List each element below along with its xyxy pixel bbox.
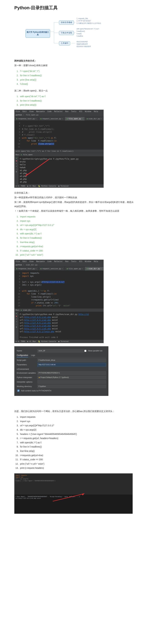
tab-request-session[interactable]: ●request_session.py× <box>39 117 65 120</box>
tool-icon[interactable]: ⬚ <box>16 168 17 170</box>
ide-bottom-bar[interactable]: ≡ 6: TODO ▶ 4: Run 🐍 Python Console ▣ Te… <box>14 184 104 188</box>
params-field[interactable]: http://127.0.0.1/ dir.txt <box>37 363 106 366</box>
menu-vcs[interactable]: VCS <box>79 110 82 112</box>
wd-field[interactable]: F:\python <box>37 385 106 388</box>
list-item: for line in f.readlines(): <box>19 99 136 103</box>
menu-help[interactable]: Help <box>94 110 98 112</box>
list-item: for line in f.readlines(): <box>19 236 136 240</box>
bottom-terminal[interactable]: ▣ Terminal <box>58 185 69 187</box>
tool-icon[interactable]: ≡ <box>16 321 17 322</box>
bottom-todo[interactable]: ≡ 6: TODO <box>16 185 25 187</box>
menu-navigate[interactable]: Navigate <box>36 260 45 262</box>
menu-run[interactable]: Run <box>65 110 69 112</box>
stop-icon[interactable]: ■ <box>16 315 17 317</box>
tab-configuration[interactable]: Configuration <box>17 354 28 357</box>
tool-icon[interactable]: ⬚ <box>16 324 17 325</box>
menu-code[interactable]: Code <box>47 110 52 112</box>
scan-header: 目录扫描工具： <box>14 191 136 195</box>
tab-file-open[interactable]: ●file_open.py× <box>65 117 85 120</box>
list-item: r=requests.get(url+line) <box>19 244 136 248</box>
menu-window[interactable]: Window <box>85 110 91 112</box>
bottom-run[interactable]: ▶ 4: Run <box>27 185 36 187</box>
envvars-field[interactable]: PYTHONUNBUFFERED=1 <box>37 371 106 375</box>
run-header: Run: ▶ scan_dir <box>14 308 104 312</box>
menu-vcs[interactable]: VCS <box>79 260 82 262</box>
run-icon[interactable]: ▶ <box>16 312 17 314</box>
tab-scan-dir[interactable]: ●scan_dir.py× <box>85 267 104 270</box>
run-header: Run: ▶ file_open <box>14 153 104 156</box>
menu-edit[interactable]: Edit <box>22 110 27 112</box>
list-item: dic = sys.argv[2] <box>19 428 136 432</box>
list-item: f = open("dir.txt","r") <box>19 69 136 74</box>
ide-bottom-bar[interactable]: ≡ 6: TODO ▶ 4: Run 🐍 Python Console ▣ Te… <box>14 340 104 343</box>
tool-icon[interactable]: 🗑 <box>16 326 17 328</box>
config-tabs[interactable]: Configuration Logs <box>17 354 106 358</box>
menu-run[interactable]: Run <box>65 260 69 262</box>
menu-refactor[interactable]: Refactor <box>54 110 63 112</box>
ide-menubar[interactable]: File Edit View Navigate Code Refactor Ru… <box>14 260 104 263</box>
run-icon[interactable]: ▶ <box>16 157 17 159</box>
script-field[interactable]: F:\python\scan_dir.py <box>37 358 106 362</box>
menu-view[interactable]: View <box>29 260 34 262</box>
name-field[interactable]: scan_dir <box>37 349 84 352</box>
list-item: print ("url:"+r.url+" exist") <box>19 462 136 466</box>
bottom-pyconsole[interactable]: 🐍 Python Console <box>38 340 56 342</box>
menu-tools[interactable]: Tools <box>71 260 76 262</box>
menu-file[interactable]: File <box>16 260 20 262</box>
ide-screenshot-1: File Edit View Navigate Code Refactor Ru… <box>14 110 104 188</box>
editor-tabs[interactable]: ●response_test.py× ●request_session.py× … <box>14 117 104 121</box>
allow-parallel[interactable]: Allow parallel run <box>84 349 106 352</box>
console-gutter[interactable]: ▶ ■ ⇅ ≡ ⬚ 🗑 <box>14 312 18 340</box>
menu-file[interactable]: File <box>16 110 20 112</box>
tool-icon[interactable]: 🗑 <box>16 171 17 172</box>
interp-field[interactable]: ◆ Project Default (Python 2.7 (python)) <box>37 376 106 379</box>
menu-help[interactable]: Help <box>94 260 98 262</box>
code-list-3: import requests import sys url = sys.arg… <box>14 214 136 257</box>
scan-line-1: 第一种直接将url和字典文档放入代码中，就只能对一个网站生效 <box>14 196 136 200</box>
menu-code[interactable]: Code <box>47 260 52 262</box>
bottom-todo[interactable]: ≡ 6: TODO <box>16 340 25 342</box>
interp-opts-field[interactable] <box>37 380 106 384</box>
tab-file-open[interactable]: ●file_open.py× <box>65 267 85 270</box>
two-methods-heading: 两种读取文件的方式： <box>14 59 136 63</box>
tool-icon[interactable]: ⇅ <box>16 162 17 164</box>
env-header[interactable]: ▾ Environment <box>17 368 29 370</box>
editor-code[interactable]: 3import requests4import sys56]url = sys.… <box>14 271 104 308</box>
ide-menubar[interactable]: File Edit View Navigate Code Refactor Ru… <box>14 110 104 113</box>
list-item: with open(dic,"r") as f: <box>19 232 136 236</box>
interp-opts-label: Interpreter options: <box>17 381 37 383</box>
scan-line-3: ！！如果只有一个未指定，那就可以直接在终端空一格，输入相应参数，如果多参数，暂时… <box>14 209 136 213</box>
tab-logs[interactable]: Logs <box>31 354 35 357</box>
bottom-pyconsole[interactable]: 🐍 Python Console <box>38 185 56 187</box>
tab-scan-dir[interactable]: ●scan_dir.py× <box>85 117 104 120</box>
menu-edit[interactable]: Edit <box>22 260 27 262</box>
list-item: line=line.strip() <box>19 240 136 244</box>
list-item: import sys <box>19 219 136 223</box>
bottom-terminal[interactable]: ▣ Terminal <box>58 340 69 342</box>
editor-tabs[interactable]: ●response_test.py× ●request_session.py× … <box>14 267 104 271</box>
tool-icon[interactable]: ≡ <box>16 165 17 167</box>
method2-label: 第二种：用with open()，简洁一点 <box>14 89 136 93</box>
but-paragraph: 但是，我们担心因为访问同一个网站，请求头又是非法的，担心被ban,所以我们就需要… <box>14 409 136 413</box>
tab-response-test[interactable]: ●response_test.py× <box>14 117 39 120</box>
console-gutter[interactable]: ▶ ■ ⇅ ≡ ⬚ 🗑 <box>14 156 18 184</box>
menu-navigate[interactable]: Navigate <box>36 110 45 112</box>
add-content-roots[interactable]: Add content roots to PYTHONPATH <box>17 389 106 392</box>
menu-view[interactable]: View <box>29 110 34 112</box>
menu-tools[interactable]: Tools <box>71 110 76 112</box>
tool-icon[interactable]: ⇅ <box>16 318 17 320</box>
tab-request-session[interactable]: ●request_session.py× <box>39 267 65 270</box>
list-item: for line in f.readlines(): <box>19 445 136 449</box>
console: ▶ ■ ⇅ ≡ ⬚ 🗑 F:\python\Scripts\python.exe… <box>14 156 104 184</box>
editor-code[interactable]: 44 f = open("dir.txt","r")5# for line in… <box>14 121 104 149</box>
envvars-label: Environment variables: <box>17 372 37 374</box>
mm-sub-3: 简述之前的内容 现编写读取程序 然后对各个数据请求 <box>76 40 91 48</box>
tab-response-test[interactable]: ●response_test.py× <box>14 267 39 270</box>
stop-icon[interactable]: ■ <box>16 160 17 162</box>
list-item: headers = {'User-Agent':'564446554656546… <box>19 432 136 436</box>
menu-refactor[interactable]: Refactor <box>54 260 63 262</box>
menu-window[interactable]: Window <box>85 260 91 262</box>
scan-line-2: 第二种，直接利用import sys包的argv[ ]进行传递，而argv[0]… <box>14 200 136 208</box>
mm-sub-2: with open("filename.txt","r") as f: f.re… <box>76 28 99 37</box>
bottom-run[interactable]: ▶ 4: Run <box>27 340 36 342</box>
